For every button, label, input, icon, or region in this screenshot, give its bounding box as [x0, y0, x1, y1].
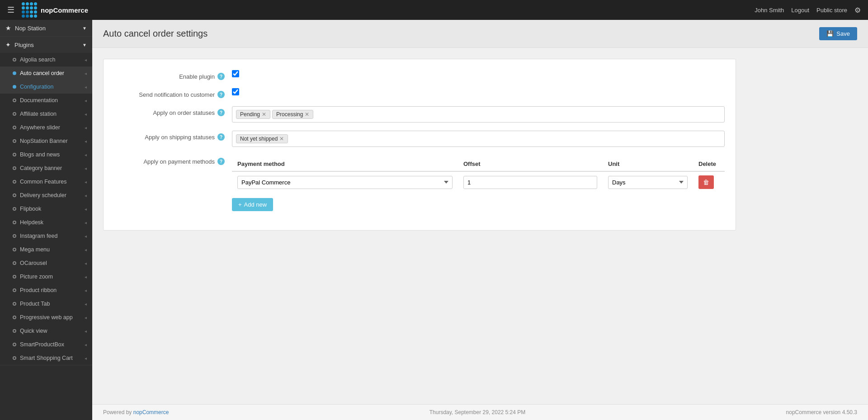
mega-menu-dot — [13, 248, 16, 251]
send-notification-help-icon[interactable]: ? — [217, 91, 225, 98]
shipping-statuses-help-icon[interactable]: ? — [217, 133, 225, 141]
anywhere-slider-chevron: ◂ — [85, 125, 87, 130]
mega-menu-label: Mega menu — [20, 246, 50, 253]
sidebar-item-quick-view[interactable]: Quick view◂ — [0, 324, 92, 338]
progressive-web-app-dot — [13, 316, 16, 319]
sidebar-item-blogs-and-news[interactable]: Blogs and news◂ — [0, 148, 92, 161]
username-label: John Smith — [755, 7, 784, 14]
powered-by-link[interactable]: nopCommerce — [133, 409, 169, 415]
plugins-arrow: ▼ — [82, 42, 87, 47]
configuration-chevron: ◂ — [85, 85, 87, 90]
payment-methods-control: Payment method Offset Unit Delete — [232, 155, 725, 211]
common-features-chevron: ◂ — [85, 179, 87, 184]
smartproductbox-dot — [13, 343, 16, 346]
algolia-search-dot — [13, 58, 16, 61]
public-store-link[interactable]: Public store — [816, 7, 847, 14]
add-new-button[interactable]: + Add new — [232, 198, 273, 211]
hamburger-button[interactable]: ☰ — [7, 5, 14, 15]
shipping-statuses-tags[interactable]: Not yet shipped ✕ — [232, 131, 725, 147]
send-notification-checkbox[interactable] — [232, 88, 239, 95]
tag-not-yet-shipped-remove[interactable]: ✕ — [279, 136, 284, 142]
sidebar-item-smartproductbox[interactable]: SmartProductBox◂ — [0, 338, 92, 351]
nop-station-header[interactable]: ★ Nop Station ▼ — [0, 20, 92, 36]
smartproductbox-chevron: ◂ — [85, 342, 87, 347]
payment-method-select[interactable]: PayPal Commerce Stripe Manual — [237, 176, 453, 189]
nopstation-banner-dot — [13, 139, 16, 143]
unit-select[interactable]: Days Hours Minutes — [608, 176, 688, 189]
payment-methods-help-icon[interactable]: ? — [217, 158, 225, 165]
picture-zoom-chevron: ◂ — [85, 274, 87, 279]
sidebar-item-affiliate-station[interactable]: Affiliate station◂ — [0, 107, 92, 121]
sidebar-item-auto-cancel-order[interactable]: Auto cancel order◂ — [0, 66, 92, 80]
order-statuses-help-icon[interactable]: ? — [217, 109, 225, 116]
plugins-header[interactable]: ✦ Plugins ▼ — [0, 37, 92, 53]
tag-processing-remove[interactable]: ✕ — [305, 112, 309, 117]
sidebar-item-smart-shopping-cart[interactable]: Smart Shopping Cart◂ — [0, 351, 92, 365]
sidebar-item-product-ribbon[interactable]: Product ribbon◂ — [0, 283, 92, 297]
tag-not-yet-shipped-label: Not yet shipped — [240, 136, 278, 142]
save-icon: 💾 — [826, 30, 834, 37]
sidebar-item-flipbook[interactable]: Flipbook◂ — [0, 202, 92, 216]
sidebar-item-picture-zoom[interactable]: Picture zoom◂ — [0, 270, 92, 283]
settings-icon[interactable]: ⚙ — [854, 6, 861, 14]
send-notification-control — [232, 88, 725, 97]
save-button[interactable]: 💾 Save — [819, 27, 857, 40]
col-offset: Offset — [458, 157, 603, 171]
sidebar-item-category-banner[interactable]: Category banner◂ — [0, 161, 92, 175]
progressive-web-app-chevron: ◂ — [85, 315, 87, 320]
product-tab-chevron: ◂ — [85, 302, 87, 307]
payment-methods-row: Apply on payment methods ? Payment metho… — [114, 155, 725, 211]
sidebar-item-mega-menu[interactable]: Mega menu◂ — [0, 243, 92, 256]
sidebar-item-instagram-feed[interactable]: Instagram feed◂ — [0, 229, 92, 243]
send-notification-row: Send notification to customer ? — [114, 88, 725, 98]
picture-zoom-label: Picture zoom — [20, 274, 53, 280]
enable-plugin-control — [232, 70, 725, 79]
shipping-statuses-control: Not yet shipped ✕ — [232, 131, 725, 147]
enable-plugin-help-icon[interactable]: ? — [217, 73, 225, 80]
delivery-scheduler-chevron: ◂ — [85, 193, 87, 198]
smart-shopping-cart-label: Smart Shopping Cart — [20, 355, 73, 361]
category-banner-label: Category banner — [20, 165, 62, 171]
blogs-and-news-chevron: ◂ — [85, 152, 87, 157]
sidebar-item-progressive-web-app[interactable]: Progressive web app◂ — [0, 311, 92, 324]
plugins-section: ✦ Plugins ▼ Algolia search◂Auto cancel o… — [0, 37, 92, 365]
common-features-label: Common Features — [20, 179, 67, 185]
content-area: Auto cancel order settings 💾 Save Enable… — [92, 20, 868, 420]
configuration-label: Configuration — [20, 84, 53, 90]
offset-input[interactable] — [463, 176, 597, 189]
ocarousel-dot — [13, 261, 16, 265]
sidebar-item-delivery-scheduler[interactable]: Delivery scheduler◂ — [0, 189, 92, 202]
shipping-statuses-label: Apply on shipping statuses ? — [114, 131, 232, 141]
helpdesk-label: Helpdesk — [20, 219, 43, 226]
offset-cell — [458, 171, 603, 193]
tag-pending-remove[interactable]: ✕ — [262, 112, 266, 117]
category-banner-dot — [13, 166, 16, 170]
sidebar-item-nopstation-banner[interactable]: NopStation Banner◂ — [0, 134, 92, 148]
sidebar-item-common-features[interactable]: Common Features◂ — [0, 175, 92, 189]
sidebar-item-product-tab[interactable]: Product Tab◂ — [0, 297, 92, 311]
brand-logo: nopCommerce — [22, 2, 755, 18]
sidebar-item-anywhere-slider[interactable]: Anywhere slider◂ — [0, 121, 92, 134]
delete-row-button[interactable]: 🗑 — [698, 175, 714, 189]
order-statuses-tags[interactable]: Pending ✕ Processing ✕ — [232, 106, 725, 123]
page-header: Auto cancel order settings 💾 Save — [92, 20, 868, 48]
sidebar-item-configuration[interactable]: Configuration◂ — [0, 80, 92, 94]
sidebar-item-ocarousel[interactable]: OCarousel◂ — [0, 256, 92, 270]
sidebar-item-algolia-search[interactable]: Algolia search◂ — [0, 53, 92, 66]
helpdesk-dot — [13, 221, 16, 224]
content-scroll: Enable plugin ? Send notification to cus… — [92, 48, 868, 404]
quick-view-chevron: ◂ — [85, 329, 87, 334]
tag-pending: Pending ✕ — [236, 110, 270, 119]
ocarousel-label: OCarousel — [20, 260, 47, 266]
settings-card: Enable plugin ? Send notification to cus… — [103, 59, 736, 231]
logout-link[interactable]: Logout — [791, 7, 809, 14]
footer-center: Thursday, September 29, 2022 5:24 PM — [169, 409, 786, 415]
sidebar-item-documentation[interactable]: Documentation◂ — [0, 94, 92, 107]
smart-shopping-cart-chevron: ◂ — [85, 356, 87, 361]
page-title: Auto cancel order settings — [103, 28, 208, 39]
enable-plugin-checkbox[interactable] — [232, 70, 239, 77]
instagram-feed-dot — [13, 234, 16, 238]
sidebar-item-helpdesk[interactable]: Helpdesk◂ — [0, 216, 92, 229]
order-statuses-label: Apply on order statuses ? — [114, 106, 232, 116]
topnav-right: John Smith Logout Public store ⚙ — [755, 6, 861, 14]
